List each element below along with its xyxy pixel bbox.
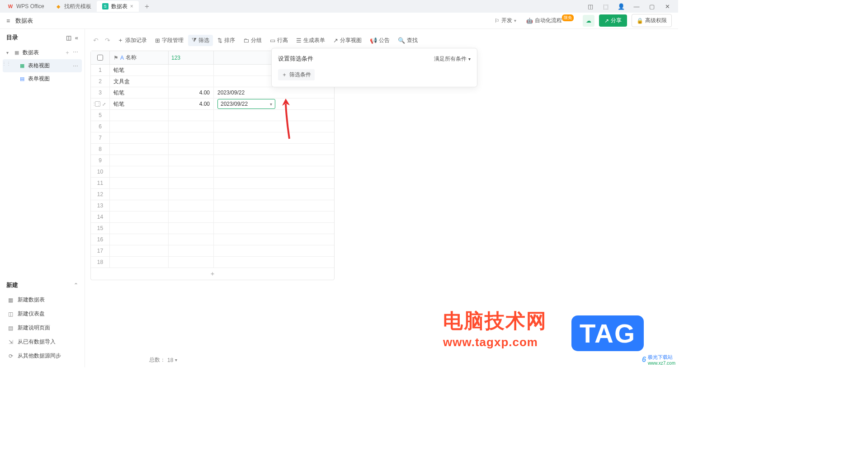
group-button[interactable]: 🗀分组 [240, 35, 265, 46]
column-name-header[interactable]: ⚑ A 名称 [110, 51, 169, 64]
add-filter-condition[interactable]: ＋ 筛选条件 [278, 69, 315, 80]
cell-date[interactable]: 2023/09/22 [214, 87, 334, 98]
cell-name[interactable] [110, 257, 169, 268]
tree-root-datatable[interactable]: ▾ ▦ 数据表 ＋ ⋯ [3, 46, 82, 59]
add-record-button[interactable]: ＋添加记录 [114, 34, 151, 46]
table-row[interactable]: 3铅笔4.002023/09/22 [91, 87, 334, 99]
cell-date[interactable] [214, 257, 334, 268]
table-row[interactable]: 12 [91, 189, 334, 200]
permission-button[interactable]: 🔒 高级权限 [632, 14, 672, 27]
search-button[interactable]: 🔍查找 [394, 35, 421, 46]
cell-name[interactable]: 铅笔 [110, 65, 169, 75]
close-window-icon[interactable]: ✕ [662, 3, 673, 10]
tab-template[interactable]: ◆ 找稻壳模板 [50, 1, 97, 12]
footer-total[interactable]: 总数： 18 ▾ [149, 356, 177, 364]
table-row[interactable]: 13 [91, 200, 334, 212]
table-row[interactable]: 15 [91, 223, 334, 234]
gen-form-button[interactable]: ☰生成表单 [292, 35, 329, 46]
drag-handle-icon[interactable]: ⋮⋮ [2, 62, 11, 65]
date-input[interactable]: 2023/09/22▾ [217, 99, 275, 109]
layout-icon[interactable]: ◫ [585, 3, 596, 10]
cell-number[interactable] [169, 110, 214, 121]
cell-name[interactable] [110, 166, 169, 177]
cell-name[interactable] [110, 144, 169, 155]
notice-button[interactable]: 📢公告 [366, 35, 393, 46]
tab-wps-office[interactable]: W WPS Office [2, 1, 50, 12]
table-row[interactable]: 16 [91, 234, 334, 245]
cell-number[interactable]: 4.00 [169, 87, 214, 98]
header-checkbox-cell[interactable] [91, 51, 110, 64]
table-row[interactable]: ⋮⋮⤢铅笔4.002023/09/22▾ [91, 99, 334, 110]
tab-datatable[interactable]: S 数据表 × [97, 1, 139, 12]
sidebar-item-form-view[interactable]: ▤ 表单视图 [3, 72, 82, 85]
table-row[interactable]: 17 [91, 245, 334, 257]
new-datatable[interactable]: ▦新建数据表 [6, 293, 78, 307]
more-icon[interactable]: ⋯ [73, 63, 78, 69]
cell-date[interactable] [214, 189, 334, 200]
panel-icon[interactable]: ◫ [66, 34, 71, 41]
cell-date[interactable] [214, 166, 334, 177]
minimize-icon[interactable]: — [631, 3, 642, 10]
cell-number[interactable] [169, 144, 214, 155]
new-doc-page[interactable]: ▤新建说明页面 [6, 321, 78, 335]
collapse-icon[interactable]: « [75, 34, 78, 41]
automation-button[interactable]: 🤖 自动化流程 限免 [524, 15, 578, 26]
rowheight-button[interactable]: ▭行高 [266, 35, 292, 46]
cell-name[interactable]: 铅笔 [110, 87, 169, 98]
import-from-existing[interactable]: ⇲从已有数据导入 [6, 335, 78, 349]
more-icon[interactable]: ⋯ [73, 49, 78, 56]
undo-button[interactable]: ↶ [90, 37, 101, 44]
add-icon[interactable]: ＋ [65, 49, 70, 56]
cell-number[interactable] [169, 200, 214, 211]
cell-number[interactable] [169, 76, 214, 87]
cell-number[interactable] [169, 245, 214, 256]
cell-name[interactable] [110, 189, 169, 200]
select-all-checkbox[interactable] [97, 55, 103, 61]
drag-handle-icon[interactable]: ⋮⋮ [92, 103, 101, 105]
column-number-header[interactable]: 123 [169, 51, 214, 64]
table-row[interactable]: 6 [91, 121, 334, 132]
menu-icon[interactable]: ≡ [6, 17, 10, 24]
table-row[interactable]: 5 [91, 110, 334, 121]
cell-name[interactable] [110, 245, 169, 256]
table-row[interactable]: 9 [91, 155, 334, 166]
cell-date[interactable] [214, 245, 334, 256]
cell-number[interactable] [169, 234, 214, 245]
cell-name[interactable] [110, 234, 169, 245]
share-button[interactable]: ↗ 分享 [599, 14, 627, 27]
cell-number[interactable] [169, 223, 214, 234]
cell-date[interactable] [214, 144, 334, 155]
cell-number[interactable]: 4.00 [169, 99, 214, 109]
cell-number[interactable] [169, 121, 214, 132]
cell-number[interactable] [169, 212, 214, 222]
cell-number[interactable] [169, 189, 214, 200]
cell-name[interactable] [110, 212, 169, 222]
sidebar-item-grid-view[interactable]: ▦ 表格视图 ⋯ [3, 59, 82, 72]
expand-icon[interactable]: ⤢ [102, 102, 106, 107]
cell-number[interactable] [169, 257, 214, 268]
cell-number[interactable] [169, 155, 214, 166]
table-row[interactable]: 18 [91, 257, 334, 268]
cell-number[interactable] [169, 166, 214, 177]
redo-button[interactable]: ↷ [102, 37, 113, 44]
maximize-icon[interactable]: ▢ [646, 3, 657, 10]
cube-icon[interactable]: ⬚ [600, 3, 611, 10]
cell-date[interactable] [214, 200, 334, 211]
table-row[interactable]: 10 [91, 166, 334, 178]
field-mgr-button[interactable]: ⊞字段管理 [151, 35, 187, 46]
cell-name[interactable] [110, 121, 169, 132]
close-icon[interactable]: × [130, 3, 133, 9]
cell-date[interactable] [214, 110, 334, 121]
sort-button[interactable]: ⇅排序 [214, 35, 239, 46]
filter-condition-mode[interactable]: 满足所有条件 ▾ [434, 55, 471, 63]
cell-date[interactable] [214, 223, 334, 234]
cell-number[interactable] [169, 178, 214, 188]
cell-date[interactable] [214, 132, 334, 143]
cell-name[interactable] [110, 178, 169, 188]
table-row[interactable]: 14 [91, 212, 334, 223]
avatar-icon[interactable]: 👤 [616, 3, 627, 10]
dev-button[interactable]: ⚐ 开发 ▾ [492, 15, 519, 26]
add-tab-button[interactable]: ＋ [139, 2, 155, 11]
cell-name[interactable] [110, 155, 169, 166]
table-row[interactable]: 7 [91, 132, 334, 144]
